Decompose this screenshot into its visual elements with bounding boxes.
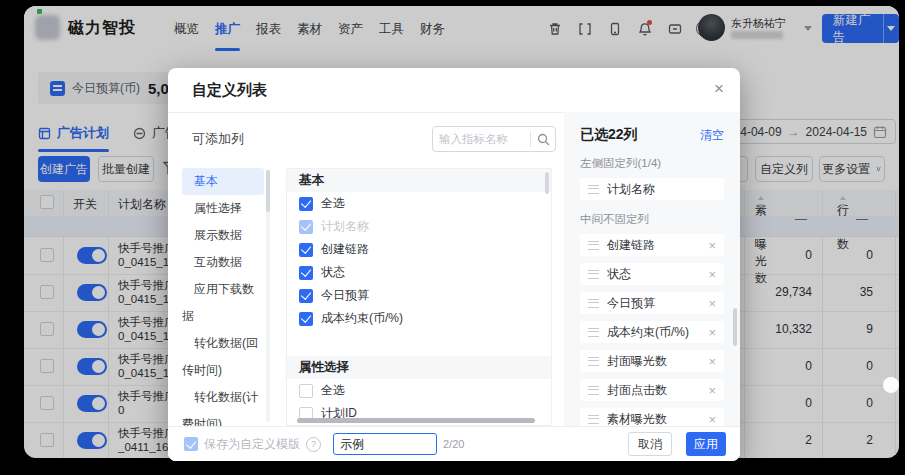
search-icon[interactable]	[531, 133, 555, 146]
metric-option[interactable]: 成本约束(币/%)	[287, 307, 551, 330]
checkbox-checked[interactable]	[299, 266, 313, 280]
category-list: 基本 属性选择 展示数据 互动数据 应用下载数据 转化数据(回传时间) 转化数据…	[182, 168, 264, 438]
category-interaction-data[interactable]: 互动数据	[182, 249, 264, 276]
drag-handle-icon[interactable]	[588, 270, 599, 279]
panel-scrollbar-thumb[interactable]	[545, 172, 549, 194]
cancel-button[interactable]: 取消	[628, 432, 672, 456]
remove-column-icon[interactable]: ×	[708, 239, 716, 252]
close-icon[interactable]: ×	[714, 78, 724, 100]
remove-column-icon[interactable]: ×	[708, 355, 716, 368]
drag-handle-icon[interactable]	[588, 357, 599, 366]
checkbox-checked-disabled	[299, 220, 313, 234]
metric-option[interactable]: 全选	[287, 192, 551, 215]
remove-column-icon[interactable]: ×	[708, 384, 716, 397]
drag-handle-icon[interactable]	[588, 185, 599, 194]
selected-column-item[interactable]: 今日预算 ×	[580, 292, 724, 314]
checkbox-checked[interactable]	[299, 197, 313, 211]
drag-handle-icon[interactable]	[588, 299, 599, 308]
category-attributes[interactable]: 属性选择	[182, 195, 264, 222]
save-template-checkbox[interactable]	[184, 437, 198, 451]
custom-columns-modal: 自定义列表 × 可添加列 基本 属性选择 展示数据 互动数据 应用下载数据 转化…	[168, 68, 740, 461]
selected-count-title: 已选22列	[580, 126, 638, 144]
selected-column-item[interactable]: 封面点击数 ×	[580, 379, 724, 401]
category-basic[interactable]: 基本	[182, 168, 264, 195]
fixed-columns-label: 左侧固定列(1/4)	[580, 156, 724, 171]
metric-checkbox-panel: 基本 全选 计划名称 创建链路 状态 今日预算 成本约束(币/%) 属性选择 全…	[286, 168, 552, 426]
drag-handle-icon[interactable]	[588, 386, 599, 395]
char-counter: 2/20	[443, 438, 464, 450]
remove-column-icon[interactable]: ×	[708, 268, 716, 281]
remove-column-icon[interactable]: ×	[708, 413, 716, 426]
metric-search-input[interactable]	[433, 133, 530, 145]
selected-columns-panel: 已选22列 清空 左侧固定列(1/4) 计划名称 中间不固定列 创建链路 × 状…	[564, 112, 740, 426]
selected-column-item[interactable]: 成本约束(币/%) ×	[580, 321, 724, 343]
apply-button[interactable]: 应用	[686, 432, 726, 456]
checkbox-checked[interactable]	[299, 289, 313, 303]
modal-footer: 保存为自定义模版 ? 2/20 取消 应用	[168, 426, 740, 461]
modal-title: 自定义列表	[192, 81, 267, 100]
checkbox-checked[interactable]	[299, 312, 313, 326]
drag-handle-icon[interactable]	[588, 415, 599, 424]
middle-columns-label: 中间不固定列	[580, 212, 724, 227]
help-icon[interactable]: ?	[306, 437, 321, 452]
addable-columns-label: 可添加列	[192, 130, 244, 148]
floating-helper-button[interactable]	[883, 377, 899, 393]
metric-search-box	[432, 126, 556, 152]
drag-handle-icon[interactable]	[588, 241, 599, 250]
metric-option[interactable]: 状态	[287, 261, 551, 284]
template-name-input[interactable]	[333, 433, 437, 455]
selected-column-item[interactable]: 创建链路 ×	[580, 234, 724, 256]
remove-column-icon[interactable]: ×	[708, 326, 716, 339]
selected-column-item[interactable]: 状态 ×	[580, 263, 724, 285]
metric-option-disabled: 计划名称	[287, 215, 551, 238]
panel-horizontal-scrollbar[interactable]	[297, 418, 535, 423]
metric-option[interactable]: 全选	[287, 379, 551, 402]
selected-column-item[interactable]: 封面曝光数 ×	[580, 350, 724, 372]
section-attributes-header: 属性选择	[287, 356, 551, 379]
category-scrollbar[interactable]	[266, 170, 270, 422]
save-template-label: 保存为自定义模版	[204, 436, 300, 453]
category-app-download-data[interactable]: 应用下载数据	[182, 276, 264, 330]
metric-option[interactable]: 今日预算	[287, 284, 551, 307]
category-display-data[interactable]: 展示数据	[182, 222, 264, 249]
selected-column-item[interactable]: 计划名称	[580, 178, 724, 200]
selected-panel-scrollbar[interactable]	[733, 308, 737, 346]
checkbox-unchecked[interactable]	[299, 384, 313, 398]
checkbox-checked[interactable]	[299, 243, 313, 257]
drag-handle-icon[interactable]	[588, 328, 599, 337]
section-basic-header: 基本	[287, 169, 551, 192]
metric-option[interactable]: 创建链路	[287, 238, 551, 261]
clear-all-link[interactable]: 清空	[700, 127, 724, 144]
modal-header: 自定义列表 ×	[168, 68, 740, 113]
category-conversion-callback[interactable]: 转化数据(回传时间)	[182, 330, 264, 384]
remove-column-icon[interactable]: ×	[708, 297, 716, 310]
